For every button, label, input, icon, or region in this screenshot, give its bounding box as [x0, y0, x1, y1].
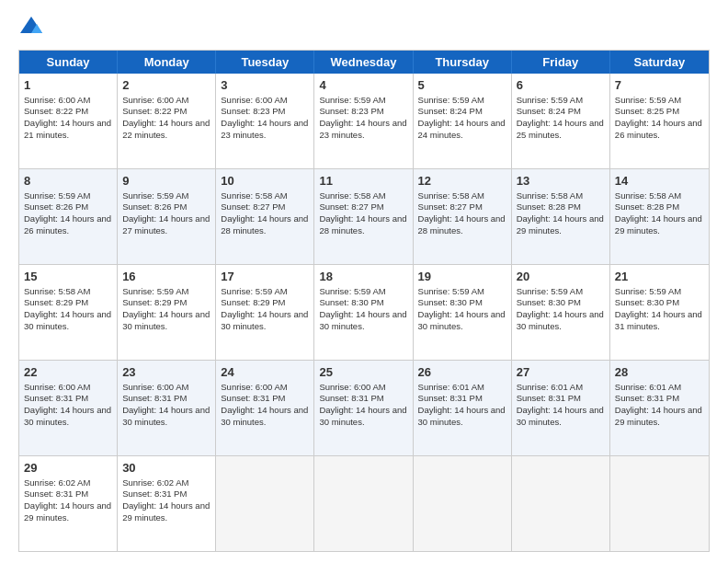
day-number: 26	[418, 364, 506, 381]
calendar-cell: 21Sunrise: 5:59 AMSunset: 8:30 PMDayligh…	[610, 265, 709, 360]
day-number: 15	[24, 269, 112, 285]
day-number: 11	[319, 173, 407, 190]
day-number: 8	[24, 173, 112, 190]
sunrise-text: Sunrise: 6:00 AM	[122, 382, 188, 392]
calendar-cell: 25Sunrise: 6:00 AMSunset: 8:31 PMDayligh…	[314, 361, 413, 455]
daylight-text: Daylight: 14 hours and 30 minutes.	[418, 309, 506, 331]
day-number: 29	[24, 460, 112, 477]
daylight-text: Daylight: 14 hours and 30 minutes.	[517, 405, 604, 427]
day-number: 4	[319, 77, 407, 94]
daylight-text: Daylight: 14 hours and 29 minutes.	[122, 500, 210, 523]
sunrise-text: Sunrise: 6:00 AM	[319, 382, 385, 392]
calendar-cell: 11Sunrise: 5:58 AMSunset: 8:27 PMDayligh…	[314, 169, 413, 264]
sunrise-text: Sunrise: 5:59 AM	[122, 190, 188, 201]
calendar-row-1: 1Sunrise: 6:00 AMSunset: 8:22 PMDaylight…	[19, 74, 709, 168]
sunrise-text: Sunrise: 5:58 AM	[517, 190, 583, 201]
daylight-text: Daylight: 14 hours and 28 minutes.	[221, 213, 308, 236]
daylight-text: Daylight: 14 hours and 30 minutes.	[221, 309, 308, 331]
sunrise-text: Sunrise: 5:59 AM	[418, 286, 484, 296]
sunset-text: Sunset: 8:24 PM	[517, 106, 581, 116]
daylight-text: Daylight: 14 hours and 26 minutes.	[615, 118, 702, 140]
daylight-text: Daylight: 14 hours and 29 minutes.	[615, 213, 702, 236]
sunrise-text: Sunrise: 6:00 AM	[221, 95, 287, 105]
day-number: 22	[24, 364, 112, 381]
daylight-text: Daylight: 14 hours and 24 minutes.	[418, 118, 506, 140]
day-number: 10	[221, 173, 309, 190]
sunrise-text: Sunrise: 5:59 AM	[221, 286, 287, 296]
logo-icon	[18, 15, 44, 40]
calendar-cell: 1Sunrise: 6:00 AMSunset: 8:22 PMDaylight…	[19, 74, 118, 168]
sunrise-text: Sunrise: 6:01 AM	[615, 382, 681, 392]
calendar-cell: 13Sunrise: 5:58 AMSunset: 8:28 PMDayligh…	[512, 169, 610, 264]
sunset-text: Sunset: 8:31 PM	[221, 393, 285, 403]
sunrise-text: Sunrise: 6:00 AM	[221, 382, 287, 392]
calendar-cell	[610, 456, 709, 551]
calendar-row-3: 15Sunrise: 5:58 AMSunset: 8:29 PMDayligh…	[19, 264, 709, 360]
calendar-cell: 16Sunrise: 5:59 AMSunset: 8:29 PMDayligh…	[118, 265, 216, 360]
calendar-cell: 7Sunrise: 5:59 AMSunset: 8:25 PMDaylight…	[610, 74, 709, 168]
daylight-text: Daylight: 14 hours and 30 minutes.	[122, 309, 210, 331]
daylight-text: Daylight: 14 hours and 28 minutes.	[418, 213, 506, 236]
day-number: 19	[418, 269, 506, 285]
calendar-cell: 12Sunrise: 5:58 AMSunset: 8:27 PMDayligh…	[414, 169, 512, 264]
day-number: 18	[319, 269, 407, 285]
sunset-text: Sunset: 8:29 PM	[221, 297, 285, 307]
day-number: 28	[615, 364, 704, 381]
sunrise-text: Sunrise: 5:58 AM	[418, 190, 484, 201]
sunrise-text: Sunrise: 6:00 AM	[24, 382, 90, 392]
calendar-cell: 30Sunrise: 6:02 AMSunset: 8:31 PMDayligh…	[118, 456, 216, 551]
sunset-text: Sunset: 8:30 PM	[615, 297, 679, 307]
sunrise-text: Sunrise: 5:59 AM	[615, 286, 681, 296]
header-day-wednesday: Wednesday	[314, 51, 413, 74]
daylight-text: Daylight: 14 hours and 29 minutes.	[24, 500, 111, 523]
calendar-cell: 23Sunrise: 6:00 AMSunset: 8:31 PMDayligh…	[118, 361, 216, 455]
daylight-text: Daylight: 14 hours and 23 minutes.	[319, 118, 406, 140]
sunrise-text: Sunrise: 5:59 AM	[122, 286, 188, 296]
sunset-text: Sunset: 8:24 PM	[418, 106, 483, 116]
day-number: 7	[615, 77, 704, 94]
day-number: 27	[517, 364, 605, 381]
sunset-text: Sunset: 8:31 PM	[418, 393, 483, 403]
daylight-text: Daylight: 14 hours and 29 minutes.	[615, 405, 702, 427]
calendar-row-2: 8Sunrise: 5:59 AMSunset: 8:26 PMDaylight…	[19, 168, 709, 264]
sunset-text: Sunset: 8:27 PM	[319, 201, 383, 212]
calendar-cell: 19Sunrise: 5:59 AMSunset: 8:30 PMDayligh…	[414, 265, 512, 360]
sunset-text: Sunset: 8:30 PM	[517, 297, 581, 307]
calendar-cell: 20Sunrise: 5:59 AMSunset: 8:30 PMDayligh…	[512, 265, 610, 360]
header-day-tuesday: Tuesday	[216, 51, 314, 74]
calendar-cell	[414, 456, 512, 551]
sunrise-text: Sunrise: 5:59 AM	[517, 95, 583, 105]
calendar-row-5: 29Sunrise: 6:02 AMSunset: 8:31 PMDayligh…	[19, 455, 709, 551]
daylight-text: Daylight: 14 hours and 30 minutes.	[24, 309, 111, 331]
sunrise-text: Sunrise: 6:02 AM	[24, 477, 90, 488]
sunset-text: Sunset: 8:22 PM	[24, 106, 88, 116]
day-number: 20	[517, 269, 605, 285]
calendar-cell: 5Sunrise: 5:59 AMSunset: 8:24 PMDaylight…	[414, 74, 512, 168]
header-day-monday: Monday	[118, 51, 216, 74]
sunset-text: Sunset: 8:25 PM	[615, 106, 679, 116]
sunrise-text: Sunrise: 6:01 AM	[517, 382, 583, 392]
sunrise-text: Sunrise: 6:00 AM	[122, 95, 188, 105]
day-number: 9	[122, 173, 210, 190]
sunset-text: Sunset: 8:23 PM	[319, 106, 383, 116]
sunset-text: Sunset: 8:31 PM	[615, 393, 679, 403]
header-day-thursday: Thursday	[414, 51, 512, 74]
daylight-text: Daylight: 14 hours and 28 minutes.	[319, 213, 406, 236]
calendar-cell: 2Sunrise: 6:00 AMSunset: 8:22 PMDaylight…	[118, 74, 216, 168]
calendar: SundayMondayTuesdayWednesdayThursdayFrid…	[18, 50, 710, 552]
calendar-row-4: 22Sunrise: 6:00 AMSunset: 8:31 PMDayligh…	[19, 360, 709, 455]
day-number: 3	[221, 77, 309, 94]
day-number: 30	[122, 460, 210, 477]
sunset-text: Sunset: 8:31 PM	[517, 393, 581, 403]
calendar-cell	[216, 456, 314, 551]
calendar-cell: 24Sunrise: 6:00 AMSunset: 8:31 PMDayligh…	[216, 361, 314, 455]
calendar-cell: 6Sunrise: 5:59 AMSunset: 8:24 PMDaylight…	[512, 74, 610, 168]
daylight-text: Daylight: 14 hours and 29 minutes.	[517, 213, 604, 236]
sunset-text: Sunset: 8:27 PM	[221, 201, 285, 212]
day-number: 23	[122, 364, 210, 381]
sunset-text: Sunset: 8:28 PM	[615, 201, 679, 212]
daylight-text: Daylight: 14 hours and 30 minutes.	[221, 405, 308, 427]
sunset-text: Sunset: 8:31 PM	[24, 393, 88, 403]
calendar-cell: 26Sunrise: 6:01 AMSunset: 8:31 PMDayligh…	[414, 361, 512, 455]
header-day-sunday: Sunday	[19, 51, 118, 74]
